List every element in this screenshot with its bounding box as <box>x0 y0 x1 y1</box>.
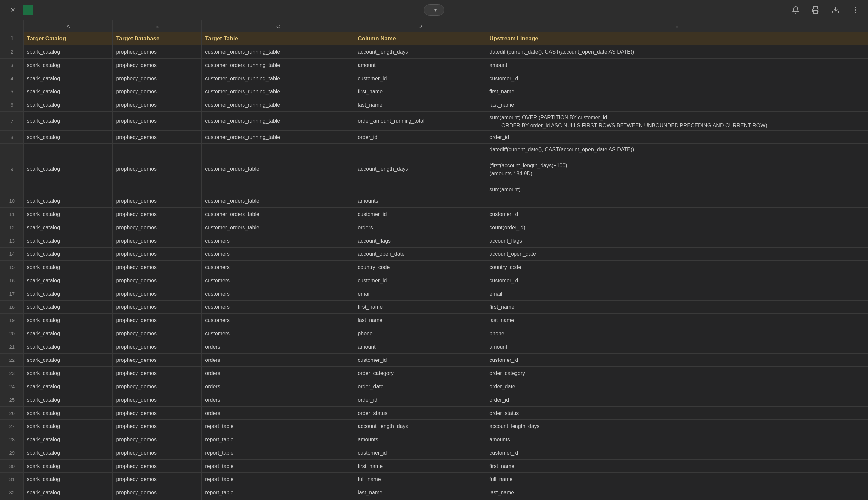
cell-32-D[interactable]: last_name <box>354 486 486 499</box>
cell-11-C[interactable]: customer_orders_table <box>202 208 354 221</box>
cell-13-C[interactable]: customers <box>202 234 354 248</box>
cell-12-C[interactable]: customer_orders_table <box>202 221 354 234</box>
cell-21-B[interactable]: prophecy_demos <box>113 340 202 354</box>
cell-20-A[interactable]: spark_catalog <box>24 327 113 340</box>
cell-27-B[interactable]: prophecy_demos <box>113 420 202 433</box>
cell-14-A[interactable]: spark_catalog <box>24 248 113 261</box>
cell-32-E[interactable]: last_name <box>486 486 868 499</box>
col-header-A[interactable]: A <box>24 20 113 32</box>
cell-31-A[interactable]: spark_catalog <box>24 473 113 486</box>
cell-28-A[interactable]: spark_catalog <box>24 433 113 446</box>
cell-15-D[interactable]: country_code <box>354 261 486 274</box>
col-header-C[interactable]: C <box>202 20 354 32</box>
cell-5-C[interactable]: customer_orders_running_table <box>202 85 354 99</box>
cell-13-A[interactable]: spark_catalog <box>24 234 113 248</box>
cell-30-C[interactable]: report_table <box>202 459 354 473</box>
cell-13-B[interactable]: prophecy_demos <box>113 234 202 248</box>
cell-25-A[interactable]: spark_catalog <box>24 393 113 407</box>
cell-8-B[interactable]: prophecy_demos <box>113 130 202 144</box>
cell-31-C[interactable]: report_table <box>202 473 354 486</box>
cell-18-E[interactable]: first_name <box>486 300 868 314</box>
cell-17-B[interactable]: prophecy_demos <box>113 287 202 300</box>
cell-2-D[interactable]: account_length_days <box>354 45 486 59</box>
print-icon[interactable] <box>810 4 822 16</box>
cell-5-D[interactable]: first_name <box>354 85 486 99</box>
cell-1-D[interactable]: Column Name <box>354 32 486 45</box>
cell-1-A[interactable]: Target Catalog <box>24 32 113 45</box>
cell-22-C[interactable]: orders <box>202 354 354 367</box>
cell-17-D[interactable]: email <box>354 287 486 300</box>
cell-10-B[interactable]: prophecy_demos <box>113 194 202 208</box>
cell-29-A[interactable]: spark_catalog <box>24 446 113 459</box>
cell-2-B[interactable]: prophecy_demos <box>113 45 202 59</box>
cell-11-E[interactable]: customer_id <box>486 208 868 221</box>
cell-19-B[interactable]: prophecy_demos <box>113 314 202 327</box>
cell-18-D[interactable]: first_name <box>354 300 486 314</box>
cell-30-D[interactable]: first_name <box>354 459 486 473</box>
cell-27-A[interactable]: spark_catalog <box>24 420 113 433</box>
cell-19-D[interactable]: last_name <box>354 314 486 327</box>
cell-6-D[interactable]: last_name <box>354 99 486 112</box>
cell-29-D[interactable]: customer_id <box>354 446 486 459</box>
cell-4-E[interactable]: customer_id <box>486 72 868 85</box>
cell-26-A[interactable]: spark_catalog <box>24 407 113 420</box>
cell-32-A[interactable]: spark_catalog <box>24 486 113 499</box>
cell-7-B[interactable]: prophecy_demos <box>113 112 202 130</box>
spreadsheet-container[interactable]: A B C D E 1Target CatalogTarget Database… <box>0 20 868 500</box>
cell-18-C[interactable]: customers <box>202 300 354 314</box>
cell-5-A[interactable]: spark_catalog <box>24 85 113 99</box>
cell-11-D[interactable]: customer_id <box>354 208 486 221</box>
cell-13-D[interactable]: account_flags <box>354 234 486 248</box>
download-icon[interactable] <box>830 4 842 16</box>
cell-20-D[interactable]: phone <box>354 327 486 340</box>
cell-2-E[interactable]: datediff(current_date(), CAST(account_op… <box>486 45 868 59</box>
cell-32-B[interactable]: prophecy_demos <box>113 486 202 499</box>
cell-23-A[interactable]: spark_catalog <box>24 367 113 380</box>
cell-25-C[interactable]: orders <box>202 393 354 407</box>
cell-2-A[interactable]: spark_catalog <box>24 45 113 59</box>
cell-10-C[interactable]: customer_orders_table <box>202 194 354 208</box>
cell-6-A[interactable]: spark_catalog <box>24 99 113 112</box>
cell-7-A[interactable]: spark_catalog <box>24 112 113 130</box>
cell-9-D[interactable]: account_length_days <box>354 144 486 194</box>
cell-25-E[interactable]: order_id <box>486 393 868 407</box>
cell-8-C[interactable]: customer_orders_running_table <box>202 130 354 144</box>
cell-29-E[interactable]: customer_id <box>486 446 868 459</box>
cell-24-D[interactable]: order_date <box>354 380 486 393</box>
cell-19-E[interactable]: last_name <box>486 314 868 327</box>
cell-10-A[interactable]: spark_catalog <box>24 194 113 208</box>
cell-4-B[interactable]: prophecy_demos <box>113 72 202 85</box>
cell-6-C[interactable]: customer_orders_running_table <box>202 99 354 112</box>
cell-7-C[interactable]: customer_orders_running_table <box>202 112 354 130</box>
cell-8-D[interactable]: order_id <box>354 130 486 144</box>
cell-29-B[interactable]: prophecy_demos <box>113 446 202 459</box>
cell-10-D[interactable]: amounts <box>354 194 486 208</box>
cell-26-D[interactable]: order_status <box>354 407 486 420</box>
cell-22-B[interactable]: prophecy_demos <box>113 354 202 367</box>
col-header-B[interactable]: B <box>113 20 202 32</box>
cell-26-B[interactable]: prophecy_demos <box>113 407 202 420</box>
cell-4-A[interactable]: spark_catalog <box>24 72 113 85</box>
cell-8-E[interactable]: order_id <box>486 130 868 144</box>
cell-11-B[interactable]: prophecy_demos <box>113 208 202 221</box>
cell-14-D[interactable]: account_open_date <box>354 248 486 261</box>
cell-1-C[interactable]: Target Table <box>202 32 354 45</box>
cell-8-A[interactable]: spark_catalog <box>24 130 113 144</box>
cell-1-E[interactable]: Upstream Lineage <box>486 32 868 45</box>
cell-24-A[interactable]: spark_catalog <box>24 380 113 393</box>
cell-16-A[interactable]: spark_catalog <box>24 274 113 287</box>
cell-12-A[interactable]: spark_catalog <box>24 221 113 234</box>
cell-20-B[interactable]: prophecy_demos <box>113 327 202 340</box>
cell-3-B[interactable]: prophecy_demos <box>113 59 202 72</box>
cell-16-C[interactable]: customers <box>202 274 354 287</box>
cell-6-E[interactable]: last_name <box>486 99 868 112</box>
cell-23-C[interactable]: orders <box>202 367 354 380</box>
cell-7-D[interactable]: order_amount_running_total <box>354 112 486 130</box>
cell-15-A[interactable]: spark_catalog <box>24 261 113 274</box>
cell-6-B[interactable]: prophecy_demos <box>113 99 202 112</box>
cell-4-C[interactable]: customer_orders_running_table <box>202 72 354 85</box>
cell-9-A[interactable]: spark_catalog <box>24 144 113 194</box>
cell-28-B[interactable]: prophecy_demos <box>113 433 202 446</box>
cell-18-A[interactable]: spark_catalog <box>24 300 113 314</box>
cell-4-D[interactable]: customer_id <box>354 72 486 85</box>
